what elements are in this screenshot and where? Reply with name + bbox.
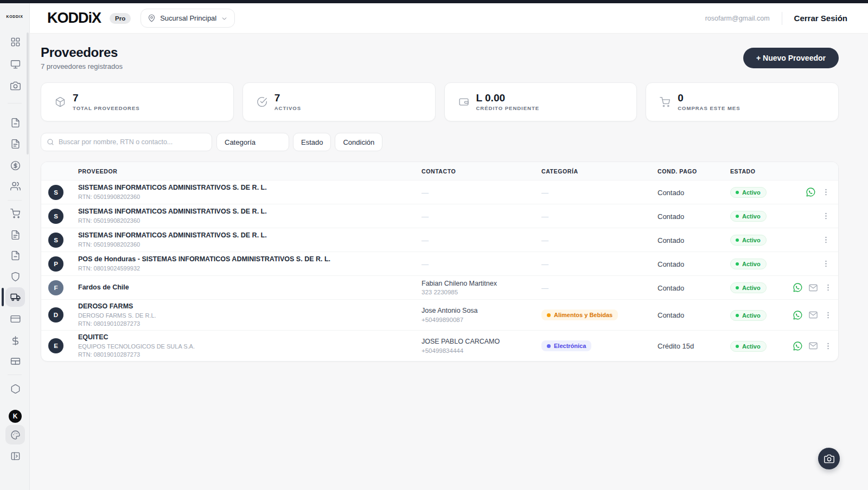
status-dot-icon: [736, 262, 739, 266]
file-minus-icon: [10, 118, 21, 128]
whatsapp-button[interactable]: [793, 310, 803, 320]
whatsapp-icon: [806, 187, 816, 197]
stat-value: L 0.00: [476, 93, 540, 104]
camera-fab-button[interactable]: [818, 448, 840, 469]
category-dot-icon: [547, 313, 551, 317]
supplier-avatar: P: [48, 256, 63, 272]
check-circle-icon: [257, 96, 267, 107]
sidebar-scrollbar[interactable]: [27, 33, 29, 154]
mail-icon: [808, 341, 818, 351]
supplier-name: SISTEMAS INFORMATICOS ADMINISTRATIVOS S.…: [78, 208, 422, 216]
row-menu-button[interactable]: [824, 341, 833, 351]
row-menu-button[interactable]: [824, 283, 833, 292]
sidebar-item-dollar[interactable]: [5, 331, 25, 350]
row-menu-button[interactable]: [824, 311, 833, 320]
sidebar-item-file-minus[interactable]: [5, 246, 25, 265]
stat-label: CRÉDITO PENDIENTE: [476, 105, 540, 111]
sidebar-divider: [8, 200, 22, 201]
camera-icon: [10, 81, 21, 91]
whatsapp-button[interactable]: [793, 341, 803, 351]
sidebar-item-cart[interactable]: [5, 203, 25, 223]
sidebar-item-shield[interactable]: [5, 267, 25, 286]
stat-label: COMPRAS ESTE MES: [678, 105, 740, 111]
app-header: KODDiX Pro Sucursal Principal rosofarm@g…: [30, 3, 868, 34]
logout-button[interactable]: Cerrar Sesión: [794, 14, 847, 23]
branch-selector[interactable]: Sucursal Principal: [141, 9, 235, 28]
branch-label: Sucursal Principal: [160, 14, 216, 22]
row-menu-button[interactable]: [821, 235, 831, 244]
supplier-row[interactable]: FFardos de ChileFabian Chileno Martitnex…: [41, 275, 838, 299]
supplier-row[interactable]: SSISTEMAS INFORMATICOS ADMINISTRATIVOS S…: [41, 228, 838, 252]
sidebar-item-panel-grid[interactable]: [5, 351, 25, 371]
supplier-row[interactable]: SSISTEMAS INFORMATICOS ADMINISTRATIVOS S…: [41, 204, 838, 228]
header-divider: [782, 12, 782, 25]
email-button[interactable]: [808, 310, 818, 320]
table-header-row: PROVEEDORCONTACTOCATEGORÍACOND. PAGOESTA…: [41, 162, 838, 180]
user-email: rosofarm@gmail.com: [705, 15, 770, 22]
category-badge: Electrónica: [541, 340, 591, 351]
sidebar-item-panel-toggle[interactable]: [5, 446, 25, 466]
brand-logo: KODDiX: [47, 10, 101, 27]
shield-icon: [10, 272, 21, 282]
dots-vertical-icon: [821, 211, 831, 221]
sidebar-item-camera[interactable]: [5, 76, 25, 95]
status-badge: Activo: [730, 187, 767, 198]
filter-dropdown-categoria[interactable]: Categoría: [216, 133, 289, 151]
status-badge: Activo: [730, 211, 767, 222]
supplier-row[interactable]: EEQUITECEQUIPOS TECNOLOGICOS DE SULA S.A…: [41, 330, 838, 361]
sidebar-item-truck[interactable]: [5, 287, 25, 307]
supplier-name: Fardos de Chile: [78, 283, 422, 292]
plan-badge: Pro: [110, 13, 131, 24]
sidebar-item-file-text[interactable]: [5, 134, 25, 153]
payment-condition: Contado: [658, 189, 684, 197]
payment-condition: Contado: [658, 311, 684, 319]
supplier-rtn: RTN: 08019010287273: [78, 320, 422, 327]
sidebar-item-hexagon[interactable]: [5, 379, 25, 398]
sidebar-item-file-text[interactable]: [5, 225, 25, 244]
filter-row: CategoríaEstadoCondición: [41, 133, 382, 151]
supplier-avatar: S: [48, 209, 63, 224]
supplier-avatar: E: [48, 338, 63, 353]
status-badge: Activo: [730, 341, 767, 352]
sidebar-item-grid[interactable]: [5, 32, 25, 51]
filter-dropdown-condicion[interactable]: Condición: [335, 133, 382, 151]
status-badge: Activo: [730, 310, 767, 321]
sidebar-item-palette[interactable]: [5, 425, 25, 444]
row-menu-button[interactable]: [821, 188, 831, 197]
sidebar-active-indicator: [2, 288, 4, 306]
filter-dropdown-estado[interactable]: Estado: [293, 133, 331, 151]
dots-vertical-icon: [824, 311, 833, 320]
truck-icon: [10, 292, 21, 302]
row-menu-button[interactable]: [821, 211, 831, 221]
email-button[interactable]: [808, 341, 818, 351]
supplier-row[interactable]: PPOS de Honduras - SISTEMAS INFORMATICOS…: [41, 252, 838, 275]
contact-phone: +50499890087: [422, 317, 541, 323]
supplier-row[interactable]: DDEROSO FARMSDEROSO FARMS S. DE R.L.RTN:…: [41, 299, 838, 330]
sidebar-item-credit-card[interactable]: [5, 309, 25, 328]
sidebar-item-koddix-mark[interactable]: K: [5, 407, 25, 426]
sidebar: KODDIX K: [0, 3, 30, 490]
payment-condition: Contado: [658, 212, 684, 221]
sidebar-item-file-minus[interactable]: [5, 113, 25, 132]
sidebar-item-monitor[interactable]: [5, 54, 25, 74]
new-supplier-button[interactable]: + Nuevo Proveedor: [743, 48, 839, 68]
package-icon: [55, 96, 66, 107]
supplier-avatar: D: [48, 307, 63, 323]
contact-phone: +50499834444: [422, 347, 541, 354]
whatsapp-button[interactable]: [793, 282, 803, 293]
sidebar-item-users[interactable]: [5, 176, 25, 196]
search-input[interactable]: [59, 138, 206, 146]
status-dot-icon: [736, 286, 739, 289]
wallet-icon: [458, 96, 469, 107]
sidebar-item-dollar-circle[interactable]: [5, 156, 25, 175]
status-badge: Activo: [730, 235, 767, 246]
whatsapp-button[interactable]: [806, 187, 816, 197]
column-header: PROVEEDOR: [78, 168, 422, 175]
supplier-rtn: RTN: 05019908202360: [78, 217, 422, 224]
supplier-legal-name: EQUIPOS TECNOLOGICOS DE SULA S.A.: [78, 343, 422, 350]
koddix-mark-icon: K: [9, 410, 22, 423]
supplier-row[interactable]: SSISTEMAS INFORMATICOS ADMINISTRATIVOS S…: [41, 180, 838, 204]
email-button[interactable]: [808, 283, 818, 293]
row-menu-button[interactable]: [821, 259, 831, 268]
dots-vertical-icon: [821, 188, 831, 197]
